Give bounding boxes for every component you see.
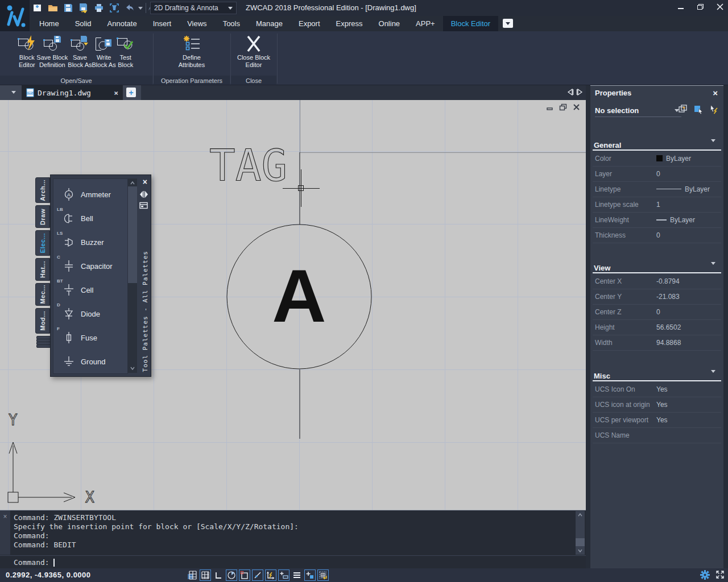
viewport-toggle[interactable] [317, 569, 329, 581]
property-row-ucs-name[interactable]: UCS Name [593, 427, 721, 443]
section-misc-header[interactable]: Misc [594, 368, 610, 380]
palette-item-ammeter[interactable]: AAmmeter [53, 182, 127, 206]
model-toggle[interactable] [304, 569, 316, 581]
scrollbar-thumb[interactable] [128, 186, 137, 283]
section-view-header[interactable]: View [594, 260, 610, 272]
close-block-editor-button[interactable]: Close BlockEditor [237, 31, 270, 69]
undo-button[interactable] [124, 2, 135, 14]
otrack-toggle[interactable] [265, 569, 276, 581]
ribbon-tab-export[interactable]: Export [291, 16, 328, 31]
palette-tab-arch[interactable]: Arch... [35, 177, 50, 203]
chevron-down-icon[interactable] [138, 7, 143, 10]
palette-tab-stack[interactable] [36, 344, 51, 348]
tab-close-icon[interactable]: × [114, 89, 118, 97]
palette-item-diode[interactable]: DDiode [53, 302, 127, 326]
scroll-down-icon[interactable] [130, 366, 135, 371]
palette-item-fuse[interactable]: FFuse [53, 326, 127, 350]
ribbon-tab-annotate[interactable]: Annotate [100, 16, 145, 31]
ribbon-tab-tools[interactable]: Tools [215, 16, 248, 31]
panel-dropdown-icon[interactable] [503, 19, 513, 28]
save-block-definition-button[interactable]: Save BlockDefinition [36, 31, 68, 69]
property-row-layer[interactable]: Layer0 [593, 166, 721, 182]
write-block-as-button[interactable]: WriteBlock As [92, 31, 116, 69]
new-button[interactable] [32, 2, 43, 14]
palette-close-icon[interactable]: × [143, 178, 147, 186]
ribbon-tab-app-[interactable]: APP+ [408, 16, 443, 31]
minimize-icon[interactable] [677, 3, 684, 10]
property-row-ucs-icon-at-origin[interactable]: UCS icon at originYes [593, 397, 721, 413]
osnap-tracking-toggle[interactable] [252, 569, 263, 581]
drawing-minimize-icon[interactable] [546, 103, 553, 111]
ortho-toggle[interactable] [213, 569, 224, 581]
drawing-close-icon[interactable] [573, 103, 580, 111]
save-block-as-button[interactable]: SaveBlock As [68, 31, 92, 69]
save-as-button[interactable] [78, 2, 89, 14]
tab-nav-left-icon[interactable] [566, 88, 574, 96]
zwcad-logo[interactable] [0, 0, 30, 31]
grid-toggle[interactable] [200, 569, 211, 581]
property-row-thickness[interactable]: Thickness0 [593, 227, 721, 243]
document-tab-drawing1[interactable]: DWG Drawing1.dwg × [22, 85, 123, 100]
property-row-ucs-icon-on[interactable]: UCS Icon OnYes [593, 381, 721, 397]
drawing-restore-icon[interactable] [559, 103, 567, 111]
snap-toggle[interactable] [187, 569, 198, 581]
select-objects-icon[interactable] [693, 104, 704, 114]
dyn-toggle[interactable] [278, 569, 289, 581]
ribbon-tab-online[interactable]: Online [371, 16, 408, 31]
toggle-pickadd-icon[interactable] [709, 104, 719, 114]
polar-toggle[interactable] [226, 569, 237, 581]
palette-properties-icon[interactable] [139, 202, 148, 209]
workspace-selector[interactable]: 2D Drafting & Annota [150, 2, 237, 14]
menu-toggle[interactable] [291, 569, 303, 581]
command-scrollbar[interactable] [576, 511, 585, 555]
palette-item-capacitor[interactable]: CCapacitor [53, 254, 127, 278]
property-row-center-y[interactable]: Center Y-21.083 [593, 289, 721, 305]
property-row-linetype[interactable]: LinetypeByLayer [593, 181, 721, 197]
palette-tab-draw[interactable]: Draw [35, 205, 50, 228]
property-row-height[interactable]: Height56.6502 [593, 319, 721, 335]
command-window[interactable]: × Command: ZWINSERTBYTOOLSpecify the ins… [0, 510, 586, 568]
property-row-center-x[interactable]: Center X-0.8794 [593, 273, 721, 289]
ribbon-tab-home[interactable]: Home [31, 16, 67, 31]
ribbon-tab-views[interactable]: Views [179, 16, 214, 31]
property-row-lineweight[interactable]: LineWeightByLayer [593, 212, 721, 228]
palette-item-buzzer[interactable]: LSBuzzer [53, 230, 127, 254]
preview-button[interactable] [109, 2, 120, 14]
palette-tab-mec[interactable]: Mec... [35, 283, 50, 306]
settings-gear-icon[interactable] [700, 570, 710, 580]
ribbon-tab-block-editor[interactable]: Block Editor [443, 16, 498, 31]
test-block-button[interactable]: TestBlock [116, 31, 135, 69]
section-general-header[interactable]: General [594, 137, 621, 149]
ribbon-tab-express[interactable]: Express [328, 16, 371, 31]
define-attributes-button[interactable]: DefineAttributes [179, 31, 205, 69]
property-row-center-z[interactable]: Center Z0 [593, 304, 721, 320]
quick-select-icon[interactable] [678, 104, 688, 114]
tab-nav-right-icon[interactable] [576, 88, 584, 96]
ribbon-tab-manage[interactable]: Manage [248, 16, 291, 31]
restore-icon[interactable] [697, 3, 704, 10]
open-button[interactable] [47, 2, 59, 14]
property-row-linetype-scale[interactable]: Linetype scale1 [593, 197, 721, 213]
palette-tab-hat[interactable]: Hat... [35, 258, 50, 281]
new-tab-button[interactable]: + [126, 88, 136, 97]
fullscreen-icon[interactable] [715, 570, 725, 579]
scroll-up-icon[interactable] [578, 513, 582, 517]
palette-tab-mod[interactable]: Mod... [35, 308, 50, 334]
tab-list-dropdown-icon[interactable] [11, 91, 16, 94]
palette-autohide-icon[interactable] [139, 190, 148, 198]
palette-item-cell[interactable]: BTCell [53, 278, 127, 302]
palette-tab-elec[interactable]: Elec... [35, 230, 50, 256]
scroll-up-icon[interactable] [130, 181, 135, 185]
block-editor-button[interactable]: BlockEditor [17, 31, 36, 69]
property-row-ucs-per-viewport[interactable]: UCS per viewportYes [593, 412, 721, 428]
selection-dropdown[interactable]: No selection [595, 104, 681, 117]
close-icon[interactable] [717, 3, 723, 10]
scrollbar-thumb[interactable] [576, 538, 585, 546]
command-close-icon[interactable]: × [3, 513, 7, 521]
osnap-toggle[interactable] [239, 569, 250, 581]
ribbon-tab-solid[interactable]: Solid [67, 16, 100, 31]
ribbon-tab-insert[interactable]: Insert [145, 16, 180, 31]
palette-item-bell[interactable]: LBBell [53, 206, 127, 230]
plot-button[interactable] [93, 2, 105, 14]
property-row-width[interactable]: Width94.8868 [593, 335, 721, 351]
